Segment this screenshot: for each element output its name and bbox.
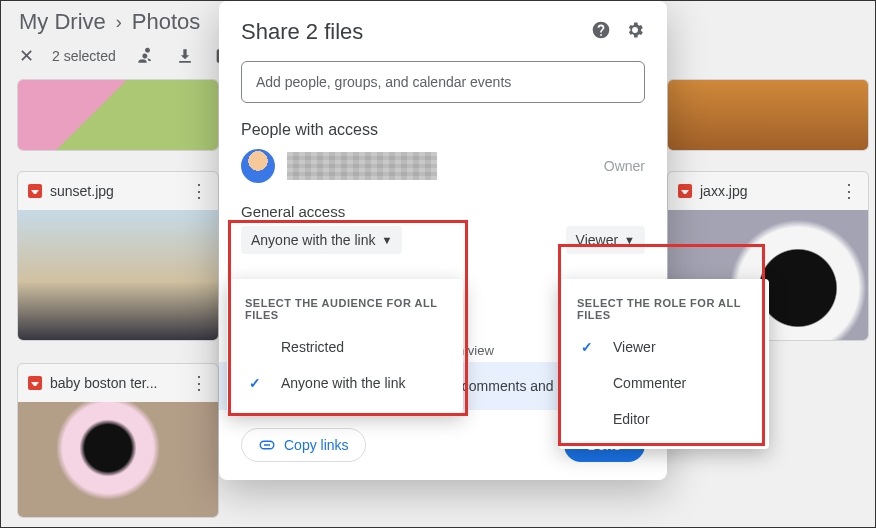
image-icon <box>28 184 42 198</box>
audience-dropdown[interactable]: Anyone with the link▼ <box>241 226 402 254</box>
file-card-baby-boston[interactable]: baby boston ter... ⋮ <box>17 363 219 518</box>
thumbnail-card[interactable] <box>667 79 869 151</box>
role-dropdown[interactable]: Viewer▼ <box>566 226 645 254</box>
file-name: sunset.jpg <box>50 183 114 199</box>
owner-name-redacted <box>287 152 437 180</box>
dialog-title: Share 2 files <box>241 19 363 45</box>
check-icon: ✓ <box>249 375 267 391</box>
owner-row: Owner <box>241 149 645 183</box>
more-icon[interactable]: ⋮ <box>840 180 858 202</box>
role-caption: SELECT THE ROLE FOR ALL FILES <box>559 289 769 329</box>
image-icon <box>28 376 42 390</box>
add-people-input[interactable]: Add people, groups, and calendar events <box>241 61 645 103</box>
general-access-header: General access <box>241 203 645 220</box>
audience-option-anyone[interactable]: ✓Anyone with the link <box>227 365 463 401</box>
people-with-access-header: People with access <box>241 121 645 139</box>
audience-caption: SELECT THE AUDIENCE FOR ALL FILES <box>227 289 463 329</box>
caret-down-icon: ▼ <box>382 234 393 246</box>
chevron-right-icon: › <box>116 12 122 33</box>
download-icon[interactable] <box>174 45 196 67</box>
owner-label: Owner <box>604 158 645 174</box>
file-name: baby boston ter... <box>50 375 157 391</box>
more-icon[interactable]: ⋮ <box>190 180 208 202</box>
more-icon[interactable]: ⋮ <box>190 372 208 394</box>
audience-option-restricted[interactable]: ✓Restricted <box>227 329 463 365</box>
gear-icon[interactable] <box>625 20 645 44</box>
avatar <box>241 149 275 183</box>
share-dialog: Share 2 files Add people, groups, and ca… <box>219 1 667 480</box>
role-dropdown-panel: SELECT THE ROLE FOR ALL FILES ✓Viewer ✓C… <box>559 279 769 449</box>
role-option-commenter[interactable]: ✓Commenter <box>559 365 769 401</box>
file-card-sunset[interactable]: sunset.jpg ⋮ <box>17 171 219 341</box>
breadcrumb-root[interactable]: My Drive <box>19 9 106 35</box>
close-selection-icon[interactable]: ✕ <box>19 45 34 67</box>
image-icon <box>678 184 692 198</box>
file-name: jaxx.jpg <box>700 183 747 199</box>
caret-down-icon: ▼ <box>624 234 635 246</box>
breadcrumb-current[interactable]: Photos <box>132 9 201 35</box>
role-option-viewer[interactable]: ✓Viewer <box>559 329 769 365</box>
thumbnail-card[interactable] <box>17 79 219 151</box>
share-icon[interactable] <box>134 45 156 67</box>
audience-dropdown-panel: SELECT THE AUDIENCE FOR ALL FILES ✓Restr… <box>227 279 463 413</box>
help-icon[interactable] <box>591 20 611 44</box>
check-icon: ✓ <box>581 339 599 355</box>
selection-count: 2 selected <box>52 48 116 64</box>
copy-link-button[interactable]: Copy links <box>241 428 366 462</box>
role-option-editor[interactable]: ✓Editor <box>559 401 769 437</box>
